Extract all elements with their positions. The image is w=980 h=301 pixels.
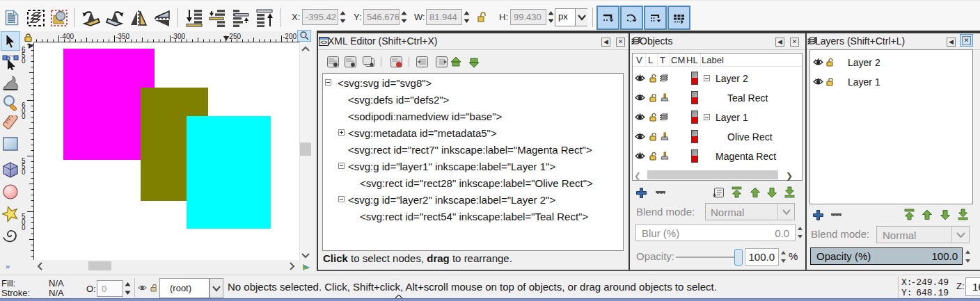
svg-text:-200: -200 — [283, 33, 297, 40]
svg-text:-250: -250 — [227, 33, 241, 40]
svg-text:-350: -350 — [116, 33, 129, 40]
svg-text:0: 0 — [22, 168, 26, 176]
svg-text:0: 0 — [22, 224, 26, 231]
svg-text:<>: <> — [320, 39, 328, 46]
svg-text:-400: -400 — [60, 33, 74, 40]
svg-text:0: 0 — [22, 113, 26, 120]
svg-text:0: 0 — [22, 57, 26, 65]
svg-text:-300: -300 — [171, 33, 185, 40]
